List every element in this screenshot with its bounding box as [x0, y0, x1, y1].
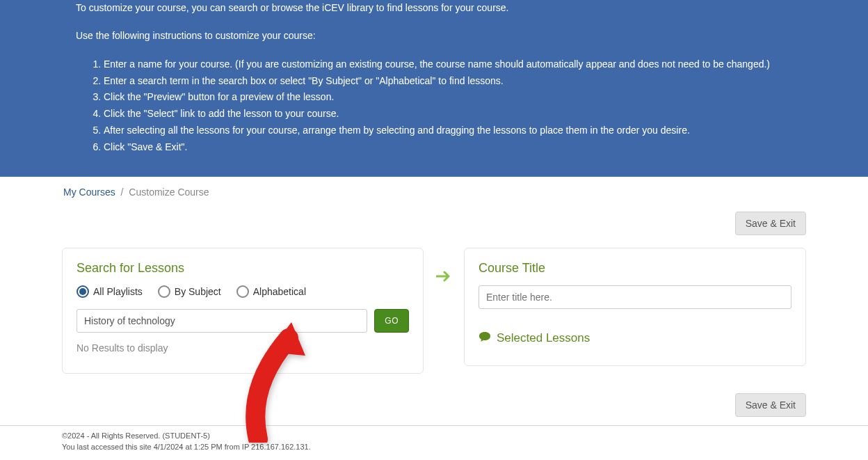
banner-step: Click the "Preview" button for a preview…	[104, 89, 792, 106]
banner-step: Click "Save & Exit".	[104, 139, 792, 156]
footer: ©2024 - All Rights Reserved. (STUDENT-5)…	[62, 426, 806, 460]
selected-lessons-heading: Selected Lessons	[479, 331, 791, 346]
radio-icon	[158, 285, 170, 298]
footer-copyright: ©2024 - All Rights Reserved. (STUDENT-5)	[62, 430, 806, 442]
radio-icon	[77, 285, 89, 298]
banner-steps-list: Enter a name for your course. (If you ar…	[76, 56, 792, 156]
radio-label: All Playlists	[93, 286, 143, 297]
banner-step: Click the "Select" link to add the lesso…	[104, 106, 792, 122]
save-exit-button-bottom[interactable]: Save & Exit	[735, 393, 806, 417]
radio-alphabetical[interactable]: Alphabetical	[236, 285, 306, 298]
radio-icon	[236, 285, 249, 298]
search-panel-title: Search for Lessons	[77, 261, 409, 276]
course-title-heading: Course Title	[479, 261, 791, 276]
footer-last-access: You last accessed this site 4/1/2024 at …	[62, 441, 806, 453]
radio-label: By Subject	[175, 286, 221, 297]
go-button[interactable]: GO	[374, 309, 409, 333]
search-lessons-panel: Search for Lessons All Playlists By Subj…	[62, 248, 424, 374]
search-filter-radios: All Playlists By Subject Alphabetical	[77, 285, 409, 298]
breadcrumb-current: Customize Course	[129, 187, 209, 198]
banner-step: Enter a name for your course. (If you ar…	[104, 56, 792, 73]
breadcrumb: My Courses / Customize Course	[62, 187, 806, 198]
banner-intro-1: To customize your course, you can search…	[76, 0, 792, 15]
instructions-banner: To customize your course, you can search…	[0, 0, 868, 177]
banner-step: Enter a search term in the search box or…	[104, 73, 792, 90]
breadcrumb-link-my-courses[interactable]: My Courses	[63, 187, 115, 198]
save-exit-button[interactable]: Save & Exit	[735, 212, 806, 235]
search-input[interactable]	[77, 309, 367, 333]
radio-all-playlists[interactable]: All Playlists	[77, 285, 143, 298]
selected-lessons-label: Selected Lessons	[497, 331, 590, 345]
no-results-text: No Results to display	[77, 342, 409, 354]
radio-by-subject[interactable]: By Subject	[158, 285, 221, 298]
radio-label: Alphabetical	[253, 286, 306, 297]
banner-intro-2: Use the following instructions to custom…	[76, 28, 792, 43]
speech-bubble-icon	[479, 331, 491, 346]
banner-step: After selecting all the lessons for your…	[104, 122, 792, 139]
arrow-right-icon	[436, 267, 451, 287]
course-title-panel: Course Title Selected Lessons	[464, 248, 806, 366]
breadcrumb-separator: /	[121, 187, 124, 198]
course-title-input[interactable]	[479, 285, 791, 309]
